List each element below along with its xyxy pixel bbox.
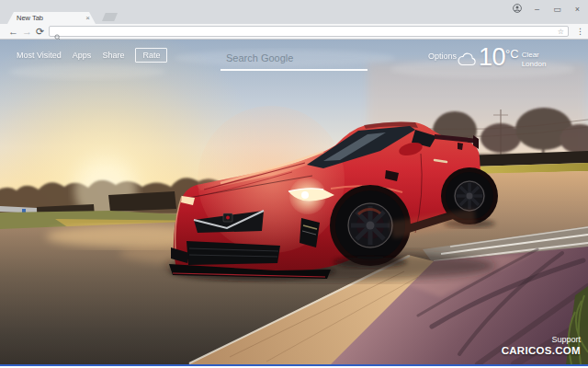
nav-share[interactable]: Share	[102, 51, 124, 60]
address-bar[interactable]: ☆	[49, 26, 569, 37]
options-button[interactable]: Options	[428, 52, 457, 61]
bookmark-star-icon[interactable]: ☆	[558, 27, 564, 37]
nav-rate[interactable]: Rate	[135, 48, 167, 63]
minimize-button[interactable]: –	[533, 5, 541, 14]
window-controls: – ▭ ×	[513, 4, 582, 15]
google-search	[220, 49, 368, 71]
maximize-button[interactable]: ▭	[553, 5, 561, 14]
tab-close-icon[interactable]: ×	[85, 13, 90, 23]
nav-most-visited[interactable]: Most Visited	[17, 51, 62, 60]
weather-location: London	[522, 60, 547, 68]
newtab-nav: Most Visited Apps Share Rate	[17, 48, 167, 63]
profile-icon[interactable]	[513, 4, 521, 15]
weather-condition: Clear	[522, 51, 539, 59]
tab-strip: New Tab × – ▭ ×	[0, 0, 588, 24]
wallpaper-scene	[0, 40, 588, 364]
browser-toolbar: ← → ⟳ ☆ ⋮	[0, 24, 588, 40]
search-input[interactable]	[220, 51, 368, 71]
menu-icon[interactable]: ⋮	[576, 26, 584, 37]
brand-watermark: CARICOS.COM	[502, 345, 581, 356]
forward-icon[interactable]: →	[22, 25, 32, 38]
close-window-button[interactable]: ×	[573, 5, 582, 14]
reload-icon[interactable]: ⟳	[36, 25, 44, 38]
new-tab-button[interactable]	[102, 13, 118, 21]
window-frame-accent	[0, 364, 588, 366]
cloud-icon	[457, 52, 477, 70]
back-icon[interactable]: ←	[8, 25, 18, 38]
support-link[interactable]: Support	[502, 335, 581, 344]
weather-unit: °C	[505, 47, 519, 61]
profile-icon-svg	[513, 4, 522, 13]
browser-window: New Tab × – ▭ × ← → ⟳	[0, 0, 588, 368]
weather-widget[interactable]: 10 °C Clear London	[457, 43, 546, 71]
new-tab-page: Most Visited Apps Share Rate Options 10 …	[0, 40, 588, 364]
page-footer: Support CARICOS.COM	[502, 335, 581, 356]
tab-title: New Tab	[17, 14, 43, 22]
tab-new-tab[interactable]: New Tab ×	[7, 12, 96, 24]
weather-temperature: 10	[479, 43, 505, 71]
nav-apps[interactable]: Apps	[73, 51, 92, 60]
weather-condition-location: Clear London	[522, 51, 547, 68]
